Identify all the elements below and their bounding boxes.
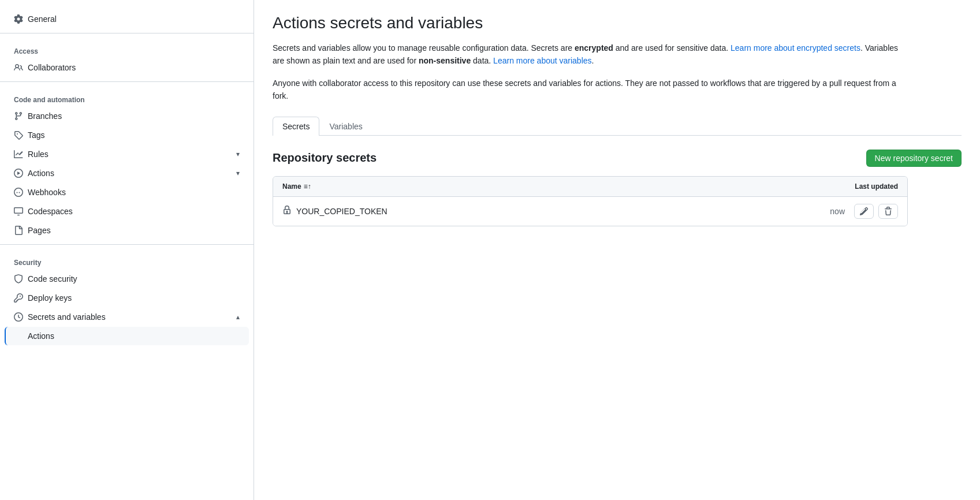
edit-secret-button[interactable] <box>854 204 874 219</box>
sidebar-item-pages[interactable]: Pages <box>5 221 249 240</box>
sidebar-item-branches[interactable]: Branches <box>5 107 249 125</box>
sidebar-item-rules[interactable]: Rules ▾ <box>5 145 249 163</box>
tab-variables[interactable]: Variables <box>319 117 372 136</box>
table-row-updated: now <box>830 207 845 216</box>
sidebar-codespaces-label: Codespaces <box>28 207 73 216</box>
sidebar-item-collaborators[interactable]: Collaborators <box>5 58 249 77</box>
table-row-name: YOUR_COPIED_TOKEN <box>282 206 830 217</box>
repository-secrets-title: Repository secrets <box>273 151 377 165</box>
asterisk-icon <box>14 312 23 322</box>
table-name-label: Name <box>282 182 301 191</box>
secrets-chevron-up-icon: ▴ <box>236 313 240 321</box>
description: Secrets and variables allow you to manag… <box>273 42 908 68</box>
divider-2 <box>0 81 254 82</box>
sidebar-secrets-variables-label: Secrets and variables <box>28 312 106 322</box>
branch-icon <box>14 111 23 121</box>
rules-icon <box>14 150 23 159</box>
sidebar-deploy-keys-label: Deploy keys <box>28 293 72 303</box>
delete-secret-button[interactable] <box>878 204 898 219</box>
table-name-header: Name ≡↑ <box>282 182 855 191</box>
sidebar-actions-label: Actions <box>28 169 54 178</box>
actions-chevron-icon: ▾ <box>236 169 240 177</box>
code-automation-section-label: Code and automation <box>0 87 254 106</box>
tag-icon <box>14 130 23 140</box>
sidebar-rules-label: Rules <box>28 150 49 159</box>
table-row: YOUR_COPIED_TOKEN now <box>273 197 907 226</box>
lock-icon <box>282 206 292 217</box>
gear-icon <box>14 14 23 24</box>
non-sensitive-bold: non-sensitive <box>419 56 471 65</box>
sidebar-item-actions[interactable]: Actions ▾ <box>5 164 249 182</box>
divider-3 <box>0 244 254 245</box>
sidebar-item-codespaces[interactable]: Codespaces <box>5 202 249 221</box>
sidebar-item-secrets-variables[interactable]: Secrets and variables ▴ <box>5 308 249 326</box>
pages-icon <box>14 226 23 235</box>
collaborator-note: Anyone with collaborator access to this … <box>273 77 908 103</box>
sidebar-general-label: General <box>28 14 57 24</box>
shield-icon <box>14 274 23 283</box>
table-header: Name ≡↑ Last updated <box>273 177 907 197</box>
rules-chevron-icon: ▾ <box>236 150 240 158</box>
new-repository-secret-button[interactable]: New repository secret <box>866 150 962 167</box>
sidebar-webhooks-label: Webhooks <box>28 188 66 197</box>
table-sort-icon[interactable]: ≡↑ <box>304 182 311 191</box>
secrets-header: Repository secrets New repository secret <box>273 150 962 167</box>
sidebar-pages-label: Pages <box>28 226 51 235</box>
sidebar-item-code-security[interactable]: Code security <box>5 270 249 288</box>
sidebar-item-deploy-keys[interactable]: Deploy keys <box>5 289 249 307</box>
codespaces-icon <box>14 207 23 216</box>
key-icon <box>14 293 23 303</box>
table-row-actions <box>854 204 898 219</box>
sidebar-tags-label: Tags <box>28 130 45 140</box>
sidebar-sub-item-actions[interactable]: Actions <box>5 327 249 345</box>
access-section-label: Access <box>0 38 254 58</box>
table-updated-header: Last updated <box>855 182 898 191</box>
learn-variables-link[interactable]: Learn more about variables <box>493 56 591 65</box>
sidebar-code-security-label: Code security <box>28 274 77 283</box>
encrypted-bold: encrypted <box>575 43 613 53</box>
sidebar-collaborators-label: Collaborators <box>28 63 76 72</box>
tabs-container: Secrets Variables <box>273 117 962 136</box>
sidebar-item-webhooks[interactable]: Webhooks <box>5 183 249 202</box>
sidebar-branches-label: Branches <box>28 111 62 121</box>
sidebar: General Access Collaborators Code and au… <box>0 0 254 500</box>
sidebar-item-general[interactable]: General <box>5 10 249 28</box>
page-title: Actions secrets and variables <box>273 14 962 32</box>
person-icon <box>14 63 23 72</box>
actions-icon <box>14 169 23 178</box>
security-section-label: Security <box>0 249 254 269</box>
secrets-table: Name ≡↑ Last updated YOUR_COPIED_TOKEN n… <box>273 176 908 226</box>
tab-secrets[interactable]: Secrets <box>273 117 319 136</box>
main-content: Actions secrets and variables Secrets an… <box>254 0 980 500</box>
webhooks-icon <box>14 188 23 197</box>
secret-name: YOUR_COPIED_TOKEN <box>296 207 387 216</box>
sidebar-item-tags[interactable]: Tags <box>5 126 249 144</box>
sidebar-sub-actions-label: Actions <box>28 331 54 341</box>
divider-1 <box>0 33 254 33</box>
learn-encrypted-link[interactable]: Learn more about encrypted secrets <box>731 43 860 53</box>
